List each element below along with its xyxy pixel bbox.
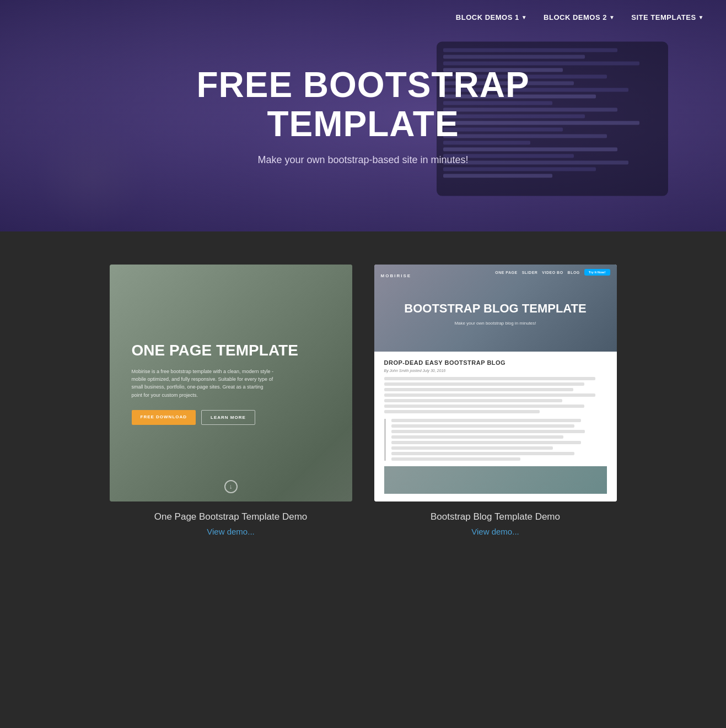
blog-text-line-3 <box>384 388 573 391</box>
preview-buttons: FREE DOWNLOAD LEARN MORE <box>132 410 330 425</box>
blog-nav: MOBIRISE ONE PAGE SLIDER VIDEO BO BLOG T… <box>374 269 617 276</box>
blog-quote-line-3 <box>391 430 585 433</box>
blog-blockquote <box>384 419 607 461</box>
scroll-indicator: ↓ <box>224 480 238 493</box>
template-link-blog[interactable]: View demo... <box>471 527 519 536</box>
blog-hero-title: BOOTSTRAP BLOG TEMPLATE <box>404 301 586 316</box>
template-card-one-page: ONE PAGE TEMPLATE Mobirise is a free boo… <box>110 265 352 536</box>
blog-quote-line-2 <box>391 424 574 428</box>
preview-description: Mobirise is a free bootstrap template wi… <box>132 368 275 400</box>
hero-title: FREE BOOTSTRAP TEMPLATE <box>170 66 556 143</box>
blog-preview-hero: MOBIRISE ONE PAGE SLIDER VIDEO BO BLOG T… <box>374 265 617 352</box>
hero-subtitle: Make your own bootstrap-based site in mi… <box>170 154 556 166</box>
main-content: ONE PAGE TEMPLATE Mobirise is a free boo… <box>0 231 726 580</box>
blog-nav-video: VIDEO BO <box>542 271 563 274</box>
preview-hero: ONE PAGE TEMPLATE Mobirise is a free boo… <box>110 265 352 501</box>
blog-post-meta: By John Smith posted July 30, 2016 <box>384 369 607 373</box>
preview-download-button[interactable]: FREE DOWNLOAD <box>132 410 196 425</box>
dropdown-caret-2: ▼ <box>609 14 615 20</box>
blog-quote-line-1 <box>391 419 581 422</box>
blog-text-line-1 <box>384 377 596 380</box>
nav-site-templates[interactable]: SITE TEMPLATES ▼ <box>626 10 709 25</box>
blog-text-line-2 <box>384 382 585 386</box>
template-card-blog: MOBIRISE ONE PAGE SLIDER VIDEO BO BLOG T… <box>374 265 617 536</box>
preview-learn-button[interactable]: LEARN MORE <box>201 410 255 425</box>
blog-nav-slider: SLIDER <box>522 271 538 274</box>
blog-quote-line-7 <box>391 452 574 455</box>
template-link-one-page[interactable]: View demo... <box>207 527 254 536</box>
blog-post-title: DROP-DEAD EASY BOOTSTRAP BLOG <box>384 359 607 366</box>
nav-block-demos-1[interactable]: BLOCK DEMOS 1 ▼ <box>450 10 533 25</box>
template-preview-blog[interactable]: MOBIRISE ONE PAGE SLIDER VIDEO BO BLOG T… <box>374 265 617 501</box>
template-name-blog: Bootstrap Blog Template Demo <box>431 511 560 522</box>
blog-quote-line-5 <box>391 441 581 444</box>
dropdown-caret-1: ▼ <box>521 14 527 20</box>
blog-text-line-7 <box>384 410 540 413</box>
blog-text-line-4 <box>384 393 596 397</box>
main-nav: BLOCK DEMOS 1 ▼ BLOCK DEMOS 2 ▼ SITE TEM… <box>434 0 726 35</box>
preview-title: ONE PAGE TEMPLATE <box>132 341 330 360</box>
nav-block-demos-2[interactable]: BLOCK DEMOS 2 ▼ <box>538 10 620 25</box>
blog-brand: MOBIRISE <box>381 273 412 278</box>
hero-section: FREE BOOTSTRAP TEMPLATE Make your own bo… <box>0 0 726 231</box>
blog-text-line-5 <box>384 399 562 402</box>
blog-quote-line-4 <box>391 435 564 439</box>
dropdown-caret-3: ▼ <box>698 14 704 20</box>
blog-text-line-6 <box>384 405 585 408</box>
blog-hero-subtitle: Make your own bootstrap blog in minutes! <box>454 321 536 326</box>
template-name-one-page: One Page Bootstrap Template Demo <box>154 511 308 522</box>
blog-nav-blog: BLOG <box>568 271 580 274</box>
hero-left-decoration <box>36 121 147 231</box>
blog-preview-content: DROP-DEAD EASY BOOTSTRAP BLOG By John Sm… <box>374 352 617 501</box>
blog-quote-line-8 <box>391 457 521 461</box>
blog-cta-button[interactable]: Try It Now! <box>584 269 610 276</box>
blog-nav-one-page: ONE PAGE <box>495 271 517 274</box>
hero-content: FREE BOOTSTRAP TEMPLATE Make your own bo… <box>170 66 556 166</box>
blog-image-strip <box>384 466 607 494</box>
templates-grid: ONE PAGE TEMPLATE Mobirise is a free boo… <box>44 265 682 536</box>
blog-quote-line-6 <box>391 446 553 450</box>
template-preview-one-page[interactable]: ONE PAGE TEMPLATE Mobirise is a free boo… <box>110 265 352 501</box>
